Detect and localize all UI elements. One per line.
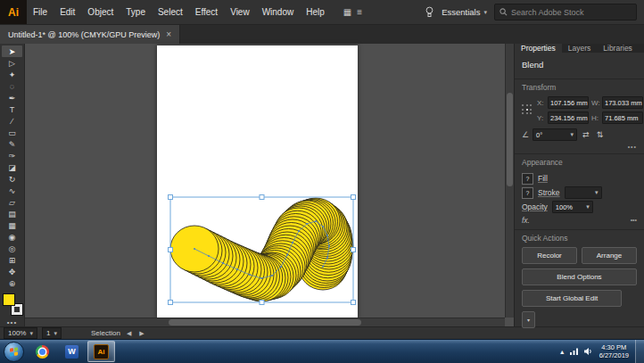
x-field[interactable]: 107.156 mm xyxy=(548,96,589,109)
pencil-tool[interactable]: ✑ xyxy=(2,150,22,161)
height-field[interactable]: 71.685 mm xyxy=(602,111,643,124)
anchor-point[interactable] xyxy=(260,277,262,279)
stroke-weight-select[interactable]: ▾ xyxy=(565,186,602,199)
canvas-area[interactable] xyxy=(25,44,514,326)
selection-tool[interactable]: ➤ xyxy=(2,45,22,57)
volume-icon[interactable] xyxy=(583,347,593,356)
anchor-point[interactable] xyxy=(322,266,324,268)
taskbar-illustrator-button[interactable]: Ai xyxy=(87,341,115,362)
anchor-point[interactable] xyxy=(315,220,317,222)
show-desktop-button[interactable] xyxy=(635,340,644,363)
width-field[interactable]: 173.033 mm xyxy=(602,96,643,109)
start-button[interactable] xyxy=(4,342,24,362)
menu-view[interactable]: View xyxy=(224,0,256,24)
anchor-point[interactable] xyxy=(249,274,251,276)
appearance-more-options[interactable]: ••• xyxy=(631,217,637,223)
magic-wand-tool[interactable]: ✦ xyxy=(2,69,22,80)
reference-point-locator[interactable] xyxy=(522,104,533,116)
menu-object[interactable]: Object xyxy=(81,0,120,24)
tab-properties[interactable]: Properties xyxy=(515,44,562,53)
toolbar-more-icon[interactable]: ••• xyxy=(7,318,17,326)
effects-fx-button[interactable]: fx. xyxy=(522,216,530,225)
menu-type[interactable]: Type xyxy=(120,0,152,24)
anchor-point[interactable] xyxy=(286,254,288,256)
hidden-icons-chevron[interactable]: ▲ xyxy=(556,349,569,355)
eraser-tool[interactable]: ◪ xyxy=(2,161,22,173)
anchor-point[interactable] xyxy=(328,245,330,247)
document-layout-icon[interactable]: ≡ xyxy=(357,7,362,17)
taskbar-clock[interactable]: 4:30 PM 6/27/2019 xyxy=(593,343,635,359)
arrange-documents-icon[interactable]: ▦ xyxy=(343,7,351,17)
blend-tool[interactable]: ◎ xyxy=(2,243,22,254)
taskbar-chrome-button[interactable] xyxy=(29,341,56,362)
hand-tool[interactable]: ✥ xyxy=(2,266,22,277)
selection-handle[interactable] xyxy=(169,195,173,200)
current-tool-indicator[interactable]: Selection xyxy=(91,329,120,337)
menu-help[interactable]: Help xyxy=(300,0,331,24)
global-edit-chevron-button[interactable]: ▾ xyxy=(522,311,535,328)
selection-handle[interactable] xyxy=(351,248,356,252)
anchor-point[interactable] xyxy=(194,248,195,250)
artboard-nav-select[interactable]: 1 ▾ xyxy=(42,327,62,339)
type-tool[interactable]: T xyxy=(2,103,22,115)
selection-handle[interactable] xyxy=(260,195,264,200)
y-field[interactable]: 234.156 mm xyxy=(548,111,589,124)
anchor-point[interactable] xyxy=(322,226,324,227)
anchor-point[interactable] xyxy=(236,268,238,270)
paintbrush-tool[interactable]: ✎ xyxy=(2,138,22,150)
anchor-point[interactable] xyxy=(326,257,328,259)
selection-handle[interactable] xyxy=(169,248,173,252)
menu-edit[interactable]: Edit xyxy=(54,0,81,24)
horizontal-scrollbar[interactable] xyxy=(25,318,505,326)
workspace-switcher[interactable]: Essentials ▾ xyxy=(442,7,487,17)
tab-libraries[interactable]: Libraries xyxy=(597,44,639,53)
vertical-scrollbar[interactable] xyxy=(505,44,514,318)
artboard[interactable] xyxy=(157,45,358,318)
lasso-tool[interactable]: ◌ xyxy=(2,80,22,92)
flip-horizontal-button[interactable]: ⇄ xyxy=(581,130,591,139)
menu-window[interactable]: Window xyxy=(256,0,301,24)
discover-lightbulb-icon[interactable] xyxy=(425,6,434,18)
menu-file[interactable]: File xyxy=(27,0,54,24)
selection-handle[interactable] xyxy=(351,195,356,200)
stroke-link[interactable]: Stroke xyxy=(538,188,560,197)
eyedropper-tool[interactable]: ◉ xyxy=(2,231,22,243)
pen-tool[interactable]: ✒ xyxy=(2,92,22,103)
taskbar-word-button[interactable]: W xyxy=(58,341,86,362)
rotate-tool[interactable]: ↻ xyxy=(2,173,22,185)
artboard-tool[interactable]: ⊞ xyxy=(2,254,22,266)
anchor-point[interactable] xyxy=(298,230,300,232)
tab-layers[interactable]: Layers xyxy=(562,44,598,53)
stroke-swatch[interactable]: ? xyxy=(522,187,533,199)
anchor-point[interactable] xyxy=(222,262,224,264)
opacity-select[interactable]: 100% ▾ xyxy=(552,201,593,213)
selection-handle[interactable] xyxy=(260,301,264,305)
anchor-point[interactable] xyxy=(208,255,210,257)
free-transform-tool[interactable]: ▱ xyxy=(2,196,22,208)
close-document-icon[interactable]: × xyxy=(166,29,171,39)
opacity-link[interactable]: Opacity xyxy=(522,202,548,211)
width-tool[interactable]: ∿ xyxy=(2,185,22,196)
fill-swatch[interactable]: ? xyxy=(522,173,533,185)
selection-handle[interactable] xyxy=(351,301,356,305)
menu-effect[interactable]: Effect xyxy=(189,0,224,24)
direct-selection-tool[interactable]: ▷ xyxy=(2,57,22,69)
anchor-point[interactable] xyxy=(292,242,293,243)
horizontal-scroll-thumb[interactable] xyxy=(169,319,360,326)
rectangle-tool[interactable]: ▭ xyxy=(2,127,22,138)
zoom-tool[interactable]: ⊕ xyxy=(2,277,22,289)
stock-search-input[interactable]: Search Adobe Stock xyxy=(494,4,637,21)
anchor-point[interactable] xyxy=(280,266,282,268)
flip-vertical-button[interactable]: ⇅ xyxy=(595,130,606,139)
zoom-level-select[interactable]: 100% ▾ xyxy=(4,327,37,339)
next-artboard-arrow[interactable]: ▶ xyxy=(137,330,145,337)
network-icon[interactable] xyxy=(569,347,580,356)
anchor-point[interactable] xyxy=(271,275,273,276)
selection-handle[interactable] xyxy=(169,301,173,305)
vertical-scroll-thumb[interactable] xyxy=(507,93,513,186)
fill-link[interactable]: Fill xyxy=(538,174,548,183)
start-global-edit-button[interactable]: Start Global Edit xyxy=(522,290,622,307)
mesh-tool[interactable]: ▦ xyxy=(2,219,22,231)
document-tab[interactable]: Untitled-1* @ 100% (CMYK/GPU Preview) × xyxy=(0,25,180,44)
anchor-point[interactable] xyxy=(306,223,308,225)
